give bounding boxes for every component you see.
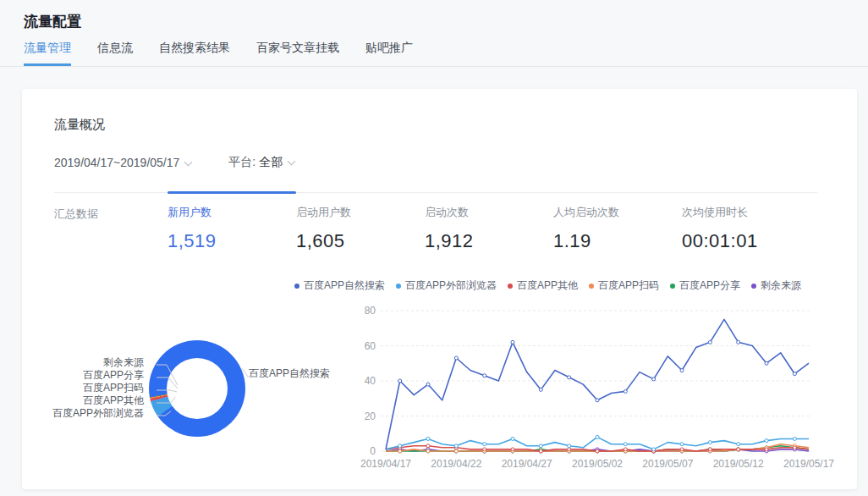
legend-dot — [508, 284, 513, 289]
traffic-overview-card: 流量概况 2019/04/17~2019/05/17 平台:全部 汇总数据 新用… — [22, 89, 857, 489]
svg-text:0: 0 — [370, 445, 376, 457]
summary-stats-row: 汇总数据 新用户数 1,519 启动用户数 1,605 启动次数 1,912 人… — [54, 205, 810, 252]
main-tabbar: 流量管理 信息流 自然搜索结果 百家号文章挂载 贴吧推广 — [0, 41, 868, 67]
page-title: 流量配置 — [24, 12, 81, 31]
metric-new-users[interactable]: 新用户数 1,519 — [168, 205, 296, 252]
legend-item-scan-code[interactable]: 百度APP扫码 — [589, 278, 659, 293]
svg-text:2019/05/12: 2019/05/12 — [713, 458, 764, 470]
svg-text:2019/05/02: 2019/05/02 — [572, 458, 623, 470]
filters-row: 2019/04/17~2019/05/17 平台:全部 — [54, 155, 294, 170]
svg-text:80: 80 — [365, 305, 376, 317]
donut-label-external-browser: 百度APP外部浏览器 — [39, 406, 144, 421]
legend-item-share[interactable]: 百度APP分享 — [670, 278, 740, 293]
metric-indicator-active — [168, 191, 296, 194]
svg-text:60: 60 — [365, 340, 376, 352]
legend-item-external-browser[interactable]: 百度APP外部浏览器 — [396, 278, 497, 293]
legend-dot — [589, 284, 594, 289]
tab-traffic-management[interactable]: 流量管理 — [24, 41, 71, 66]
date-range-select[interactable]: 2019/04/17~2019/05/17 — [54, 156, 191, 169]
traffic-config-page: 流量配置 流量管理 信息流 自然搜索结果 百家号文章挂载 贴吧推广 流量概况 2… — [0, 0, 868, 496]
svg-text:2019/04/27: 2019/04/27 — [502, 458, 552, 470]
chevron-down-icon — [288, 157, 296, 166]
metric-launch-count[interactable]: 启动次数 1,912 — [425, 205, 553, 252]
svg-text:40: 40 — [365, 375, 376, 387]
svg-text:2019/04/22: 2019/04/22 — [431, 458, 481, 470]
panel-title: 流量概况 — [54, 117, 105, 133]
svg-text:20: 20 — [365, 411, 376, 422]
traffic-source-donut-chart — [149, 340, 245, 437]
date-range-value: 2019/04/17~2019/05/17 — [54, 156, 179, 169]
traffic-line-chart: 0204060802019/04/172019/04/222019/04/272… — [332, 298, 849, 480]
legend-item-other[interactable]: 百度APP其他 — [508, 278, 578, 293]
legend-dot — [294, 284, 299, 289]
chart-legend: 百度APP自然搜索 百度APP外部浏览器 百度APP其他 百度APP扫码 百度A… — [294, 278, 812, 293]
legend-item-organic-search[interactable]: 百度APP自然搜索 — [294, 278, 385, 293]
platform-select[interactable]: 平台:全部 — [228, 155, 294, 170]
metric-avg-launches-per-user[interactable]: 人均启动次数 1.19 — [553, 205, 682, 252]
tab-tieba-promotion[interactable]: 贴吧推广 — [365, 41, 413, 66]
legend-item-remaining-source[interactable]: 剩余来源 — [751, 278, 801, 293]
legend-dot — [670, 284, 675, 289]
stats-group-label: 汇总数据 — [54, 205, 168, 252]
donut-label-organic-search: 百度APP自然搜索 — [249, 366, 342, 381]
svg-text:2019/05/07: 2019/05/07 — [642, 458, 693, 470]
metric-avg-session-duration[interactable]: 次均使用时长 00:01:01 — [682, 205, 810, 252]
metric-launch-users[interactable]: 启动用户数 1,605 — [296, 205, 425, 252]
platform-value: 全部 — [259, 155, 283, 168]
chevron-down-icon — [184, 158, 193, 167]
platform-label: 平台: — [228, 155, 255, 168]
tab-feed[interactable]: 信息流 — [97, 41, 133, 66]
tab-organic-search-results[interactable]: 自然搜索结果 — [159, 41, 230, 66]
legend-dot — [751, 284, 756, 289]
legend-dot — [396, 284, 401, 289]
svg-text:2019/05/17: 2019/05/17 — [783, 458, 834, 470]
svg-text:2019/04/17: 2019/04/17 — [360, 458, 411, 470]
tab-baijiahao-article-mount[interactable]: 百家号文章挂载 — [256, 41, 339, 66]
